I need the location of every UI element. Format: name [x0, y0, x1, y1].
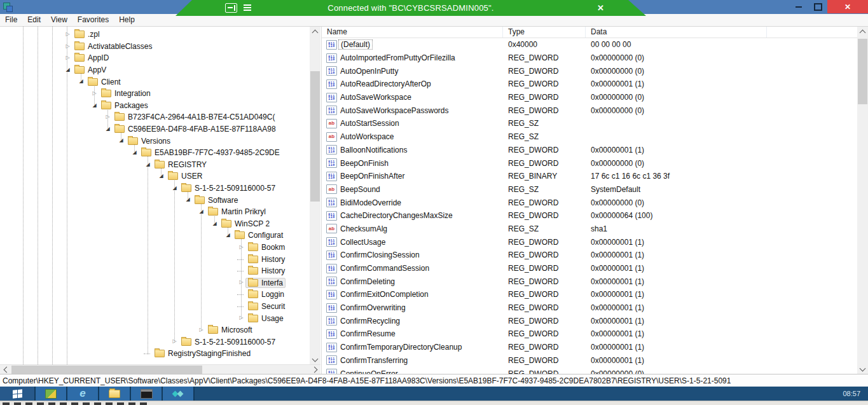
collapse-icon[interactable]: ◢ — [64, 64, 72, 76]
tree-item-box[interactable]: B723F4CA-2964-4A1B-B7E4-C51AD049C( — [112, 112, 277, 122]
expand-icon[interactable]: ▷ — [64, 41, 72, 53]
registry-value-row[interactable]: 011110AutoSaveWorkspacePasswordsREG_DWOR… — [322, 104, 858, 117]
registry-value-row[interactable]: 011110ConfirmOverwritingREG_DWORD0x00000… — [322, 301, 858, 315]
tree-item[interactable]: ◢C596EE9A-D4F8-4FAB-A15E-87F118AA98 — [0, 123, 310, 135]
expand-icon[interactable]: ▷ — [237, 312, 245, 324]
tree-item[interactable]: Securit — [0, 301, 310, 313]
tree-item-box[interactable]: Securit — [245, 301, 287, 312]
banner-window-icon[interactable] — [225, 3, 237, 13]
registry-value-row[interactable]: 011110ConfirmRecyclingREG_DWORD0x0000000… — [322, 314, 858, 327]
expand-icon[interactable]: ▷ — [237, 242, 245, 254]
tree-item-box[interactable]: Client — [85, 77, 123, 87]
taskbar-item-server-manager[interactable] — [36, 387, 67, 401]
registry-value-row[interactable]: 011110CollectUsageREG_DWORD0x00000001 (1… — [322, 235, 858, 249]
registry-value-row[interactable]: 011110ConfirmResumeREG_DWORD0x00000001 (… — [322, 327, 858, 341]
tree-item-box[interactable]: S-1-5-21-509116000-57 — [179, 337, 278, 347]
minimize-button[interactable] — [789, 0, 808, 13]
tree-item[interactable]: ▷Bookm — [0, 242, 310, 254]
tree-item-box[interactable]: Loggin — [245, 289, 287, 299]
tree-item-box[interactable]: AppID — [72, 53, 111, 63]
registry-value-row[interactable]: 011110ConfirmCommandSessionREG_DWORD0x00… — [322, 262, 858, 275]
registry-value-row[interactable]: 011110BalloonNotificationsREG_DWORD0x000… — [322, 144, 858, 157]
expand-icon[interactable]: ▷ — [64, 29, 72, 41]
taskbar-item-file-explorer[interactable] — [99, 387, 131, 401]
scroll-down-icon[interactable] — [857, 364, 868, 374]
expand-icon[interactable]: ▷ — [90, 88, 99, 100]
registry-value-row[interactable]: 011110AutoReadDirectoryAfterOpREG_DWORD0… — [322, 78, 858, 91]
collapse-icon[interactable]: ◢ — [104, 123, 112, 135]
registry-value-row[interactable]: 011110(Default)0x4000000 00 00 00 — [322, 38, 858, 51]
tree-item[interactable]: ◢WinSCP 2 — [0, 218, 310, 230]
expand-icon[interactable]: ▷ — [104, 111, 112, 123]
tree-item[interactable]: ◢Configurat — [0, 230, 310, 242]
tree-item-box[interactable]: History — [245, 266, 287, 276]
collapse-icon[interactable]: ◢ — [144, 159, 152, 171]
registry-value-row[interactable]: 011110BeepOnFinishREG_DWORD0x00000000 (0… — [322, 156, 858, 170]
tree-item[interactable]: ▷AppID — [0, 52, 310, 64]
menu-item-file[interactable]: File — [0, 14, 22, 26]
tree-item[interactable]: ◢Versions — [0, 135, 310, 147]
tree-item[interactable]: ▷Integration — [0, 88, 310, 100]
taskbar-item-remote-tool[interactable] — [163, 387, 195, 401]
tree-item[interactable]: ◢Software — [0, 194, 310, 206]
menu-item-edit[interactable]: Edit — [22, 14, 46, 26]
column-header-empty[interactable] — [767, 27, 858, 38]
tree-item[interactable]: ◢Client — [0, 76, 310, 88]
scroll-right-icon[interactable] — [310, 365, 320, 374]
registry-value-row[interactable]: 011110ConfirmTransferringREG_DWORD0x0000… — [322, 354, 858, 367]
tree-item-box[interactable]: E5AB19BF-7F7C-4937-9485-2C9DE — [139, 148, 282, 158]
scroll-up-icon[interactable] — [857, 27, 868, 36]
column-header-name[interactable]: Name — [322, 27, 503, 38]
collapse-icon[interactable]: ◢ — [157, 170, 165, 182]
tree-item-box[interactable]: Software — [192, 195, 240, 205]
collapse-icon[interactable]: ◢ — [197, 206, 205, 218]
list-vscroll-thumb[interactable] — [858, 39, 867, 104]
tree-item-box[interactable]: Bookm — [245, 242, 287, 252]
expand-icon[interactable]: ▷ — [64, 52, 72, 64]
tree-item-box[interactable]: Microsoft — [205, 325, 255, 335]
tree-item[interactable]: ▷ActivatableClasses — [0, 41, 310, 53]
tree-item[interactable]: History — [0, 265, 310, 277]
tree-item[interactable]: ▷.zpl — [0, 29, 310, 41]
tree-item-box[interactable]: ActivatableClasses — [72, 41, 155, 51]
tree-item-box[interactable]: Martin Prikryl — [205, 207, 268, 217]
menu-item-help[interactable]: Help — [114, 14, 140, 26]
taskbar-item-console[interactable] — [131, 387, 163, 401]
tree-item-box[interactable]: History — [245, 254, 287, 264]
tree-item[interactable]: ▷Microsoft — [0, 324, 310, 336]
tree-item[interactable]: Loggin — [0, 289, 310, 301]
tree-item[interactable]: ▷S-1-5-21-509116000-57 — [0, 336, 310, 348]
tree-item-box[interactable]: S-1-5-21-509116000-57 — [179, 183, 278, 193]
tree-item[interactable]: ▷B723F4CA-2964-4A1B-B7E4-C51AD049C( — [0, 111, 310, 123]
list-vertical-scrollbar[interactable] — [857, 27, 868, 374]
collapse-icon[interactable]: ◢ — [130, 147, 139, 159]
start-button[interactable] — [0, 387, 36, 401]
registry-value-row[interactable]: 011110AutoOpenInPuttyREG_DWORD0x00000000… — [322, 64, 858, 78]
scroll-up-icon[interactable] — [310, 27, 320, 36]
registry-value-row[interactable]: 011110ConfirmTemporaryDirectoryCleanupRE… — [322, 341, 858, 354]
tree-item[interactable]: ◢Martin Prikryl — [0, 206, 310, 218]
tree-item-box[interactable]: USER — [165, 171, 205, 181]
collapse-icon[interactable]: ◢ — [77, 76, 85, 88]
tree-horizontal-scrollbar[interactable] — [0, 364, 320, 374]
registry-value-row[interactable]: 011110AutoSaveWorkspaceREG_DWORD0x000000… — [322, 91, 858, 104]
tree-item-box[interactable]: Interfa — [245, 278, 286, 288]
tree-item-box[interactable]: Usage — [245, 313, 286, 324]
tree-item[interactable]: History — [0, 253, 310, 265]
registry-value-row[interactable]: 011110BidiModeOverrideREG_DWORD0x0000000… — [322, 196, 858, 209]
registry-value-row[interactable]: abAutoWorkspaceREG_SZ — [322, 130, 858, 144]
collapse-icon[interactable]: ◢ — [90, 100, 99, 112]
tree-item[interactable]: RegistryStagingFinished — [0, 348, 310, 360]
taskbar-clock[interactable]: 08:57 — [843, 387, 860, 401]
tree-item[interactable]: ◢Packages — [0, 100, 310, 112]
collapse-icon[interactable]: ◢ — [224, 230, 232, 242]
registry-value-row[interactable]: abChecksumAlgREG_SZsha1 — [322, 223, 858, 236]
collapse-icon[interactable]: ◢ — [210, 218, 219, 230]
tree-hscroll-thumb[interactable] — [11, 366, 202, 374]
registry-value-row[interactable]: 011110ContinueOnErrorREG_DWORD0x00000000… — [322, 367, 858, 374]
registry-value-row[interactable]: 011110ConfirmExitOnCompletionREG_DWORD0x… — [322, 288, 858, 301]
tree-item[interactable]: ◢AppV — [0, 64, 310, 76]
expand-icon[interactable]: ▷ — [237, 277, 245, 289]
tree-item[interactable]: ▷Usage — [0, 312, 310, 324]
collapse-icon[interactable]: ◢ — [117, 135, 125, 147]
